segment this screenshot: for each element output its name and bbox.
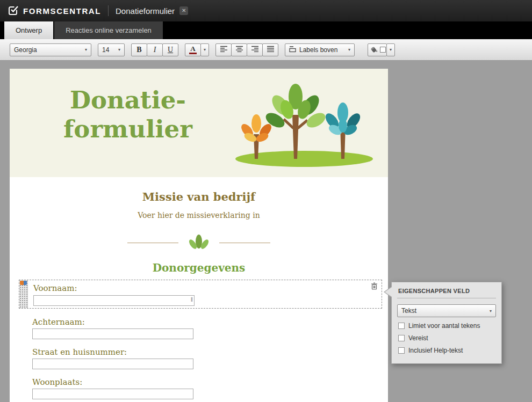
font-family-dropdown[interactable]: Georgia ▾	[10, 43, 91, 56]
ornament-line-right	[219, 243, 270, 243]
achternaam-input[interactable]	[32, 328, 193, 339]
design-canvas[interactable]: Donatie- formulier	[0, 61, 532, 402]
font-family-value: Georgia	[14, 46, 37, 54]
align-center-icon	[235, 46, 243, 54]
text-style-group: B I U	[131, 43, 178, 56]
form-header: Donatie- formulier	[10, 69, 388, 177]
field-type-value: Tekst	[401, 307, 416, 315]
paint-bucket-icon	[369, 45, 378, 55]
form-title-line2: formulier	[38, 115, 218, 144]
text-color-glyph: A	[190, 46, 195, 52]
input-resize-handle[interactable]: ∥	[191, 297, 193, 302]
field-label: Voornaam:	[33, 283, 195, 293]
field-label: Woonplaats:	[32, 377, 388, 387]
chevron-down-icon: ▾	[204, 47, 206, 52]
document-title: Donatieformulier	[116, 6, 175, 16]
italic-button[interactable]: I	[147, 43, 163, 56]
formscentral-check-icon	[8, 4, 19, 18]
underline-button[interactable]: U	[162, 43, 178, 56]
tab-ontwerp[interactable]: Ontwerp	[4, 21, 53, 39]
fill-color-button[interactable]	[368, 43, 387, 56]
field-straat-en-huisnummer[interactable]: Straat en huisnummer:	[32, 347, 388, 369]
brand-name: FORMSCENTRAL	[23, 6, 101, 16]
ornament-line-left	[127, 243, 178, 243]
topbar-divider	[108, 5, 109, 16]
align-right-button[interactable]	[247, 43, 263, 56]
form-title[interactable]: Donatie- formulier	[38, 86, 218, 144]
font-size-value: 14	[102, 46, 109, 54]
align-justify-icon	[267, 46, 275, 54]
tab-reacties-online-verzamelen[interactable]: Reacties online verzamelen	[54, 21, 163, 39]
labels-position-dropdown[interactable]: Labels boven ▾	[285, 43, 355, 56]
field-voornaam-selected[interactable]: Voornaam: ∥	[19, 280, 382, 309]
field-label: Achternaam:	[32, 317, 388, 327]
option-limiet-voor-aantal-tekens[interactable]: Limiet voor aantal tekens	[398, 322, 495, 330]
form-body: Missie van bedrijf Voer hier de missieve…	[10, 177, 388, 399]
align-left-button[interactable]	[215, 43, 232, 56]
labels-position-value: Labels boven	[299, 46, 344, 54]
form-document: Donatie- formulier	[10, 69, 388, 402]
field-woonplaats[interactable]: Woonplaats:	[32, 377, 388, 399]
field-properties-panel: EIGENSCHAPPEN VELD Tekst ▾ Limiet voor a…	[391, 282, 502, 364]
chevron-down-icon: ▾	[118, 47, 120, 52]
chevron-down-icon: ▾	[490, 309, 492, 313]
align-left-icon	[220, 46, 228, 54]
option-inclusief-help-tekst[interactable]: Inclusief Help-tekst	[398, 347, 495, 354]
align-justify-button[interactable]	[262, 43, 278, 56]
field-type-dropdown[interactable]: Tekst ▾	[397, 304, 496, 317]
close-document-icon[interactable]: ✕	[179, 6, 188, 15]
bold-button[interactable]: B	[131, 43, 147, 56]
fill-color-swatch	[380, 47, 386, 53]
fill-color-dropdown[interactable]: ▾	[386, 43, 395, 56]
formscentral-logo: FORMSCENTRAL	[8, 4, 101, 18]
field-achternaam[interactable]: Achternaam:	[32, 317, 388, 339]
align-center-button[interactable]	[231, 43, 247, 56]
main-tabs: Ontwerp Reacties online verzamelen	[0, 21, 532, 39]
chevron-down-icon: ▾	[85, 47, 87, 52]
checkbox-icon	[398, 323, 405, 329]
option-label: Inclusief Help-tekst	[408, 347, 463, 354]
checkbox-icon	[398, 335, 405, 341]
text-color-dropdown[interactable]: ▾	[200, 43, 209, 56]
mission-placeholder-text[interactable]: Voer hier de missieverklaring in	[10, 211, 388, 220]
option-label: Limiet voor aantal tekens	[408, 322, 480, 330]
drag-handle-icon	[20, 281, 27, 285]
trash-icon	[371, 282, 378, 292]
form-fields: Voornaam: ∥	[10, 280, 388, 399]
option-vereist[interactable]: Vereist	[398, 334, 495, 342]
alignment-group	[215, 43, 278, 56]
chevron-down-icon: ▾	[390, 47, 392, 52]
form-title-line1: Donatie-	[38, 86, 218, 115]
formatting-toolbar: Georgia ▾ 14 ▾ B I U A ▾	[0, 39, 532, 61]
field-label: Straat en huisnummer:	[32, 347, 388, 357]
section-heading[interactable]: Donorgegevens	[10, 261, 388, 274]
delete-field-button[interactable]	[369, 282, 379, 291]
trees-illustration	[224, 77, 374, 172]
option-label: Vereist	[408, 334, 428, 342]
panel-callout-arrow	[385, 287, 392, 297]
field-content: Voornaam: ∥	[28, 280, 195, 308]
labels-position-icon	[289, 46, 296, 54]
voornaam-input[interactable]	[33, 295, 195, 306]
fill-color-control: ▾	[368, 43, 395, 56]
align-right-icon	[251, 46, 259, 54]
mission-heading[interactable]: Missie van bedrijf	[10, 190, 388, 203]
text-color-swatch	[189, 53, 197, 54]
text-color-button[interactable]: A	[185, 43, 201, 56]
chevron-down-icon: ▾	[348, 47, 350, 52]
checkbox-icon	[398, 347, 405, 354]
leaf-ornament-icon	[188, 233, 210, 252]
properties-panel-title: EIGENSCHAPPEN VELD	[397, 282, 496, 298]
straat-input[interactable]	[32, 359, 193, 369]
text-input-wrap: ∥	[33, 295, 195, 306]
field-drag-handle[interactable]	[19, 280, 28, 308]
top-bar: FORMSCENTRAL Donatieformulier ✕	[0, 0, 532, 21]
font-size-dropdown[interactable]: 14 ▾	[98, 43, 125, 56]
divider-ornament	[10, 233, 388, 252]
woonplaats-input[interactable]	[32, 389, 193, 399]
text-color-control: A ▾	[185, 43, 209, 56]
